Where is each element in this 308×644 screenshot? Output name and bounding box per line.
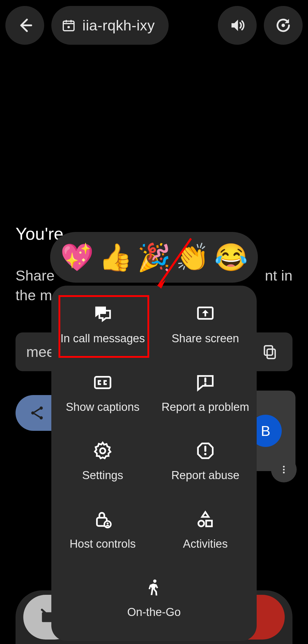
top-bar: iia-rqkh-ixy [0,6,308,45]
share-screen-label: Share screen [172,332,239,346]
reaction-party[interactable]: 🎉 [137,244,171,271]
gear-icon [93,441,113,461]
svg-point-2 [281,24,285,27]
on-the-go-button[interactable]: On-the-Go [51,570,257,627]
svg-rect-20 [206,521,212,526]
reactions-bar: 💖 👍 🎉 👏 😂 [50,232,258,283]
calendar-icon [61,18,76,32]
svg-point-19 [198,521,204,526]
svg-rect-4 [264,346,272,355]
chat-icon [93,304,113,324]
host-controls-button[interactable]: Host controls [51,502,154,559]
captions-icon [93,373,113,392]
arrow-left-icon [16,17,33,34]
report-abuse-button[interactable]: Report abuse [154,433,257,490]
activities-label: Activities [183,537,228,551]
svg-rect-12 [95,377,110,388]
copy-icon [262,344,278,360]
svg-point-5 [31,411,35,415]
host-controls-label: Host controls [70,537,136,551]
svg-point-8 [283,466,285,467]
reaction-clap[interactable]: 👏 [176,244,209,271]
meeting-code-pill[interactable]: iia-rqkh-ixy [51,6,169,45]
reaction-laugh[interactable]: 😂 [214,244,248,271]
svg-point-21 [153,580,156,583]
show-captions-button[interactable]: Show captions [51,365,154,422]
on-the-go-label: On-the-Go [127,605,181,620]
reaction-heart[interactable]: 💖 [60,244,94,271]
svg-point-7 [40,416,43,419]
in-call-messages-label: In call messages [60,332,145,346]
report-icon [195,441,215,461]
svg-point-9 [283,469,285,470]
meeting-code-text: iia-rqkh-ixy [82,17,155,34]
svg-point-18 [107,522,109,524]
share-screen-button[interactable]: Share screen [154,296,257,354]
speaker-icon [229,17,246,34]
switch-camera-icon [275,17,292,34]
present-icon [195,304,215,324]
reaction-thumbs-up[interactable]: 👍 [99,244,132,271]
bg-share-prefix: Share [16,267,58,284]
avatar-initial: B [261,423,270,439]
report-problem-button[interactable]: Report a problem [154,365,257,422]
svg-point-13 [204,383,206,385]
meeting-link-text: mee [26,343,55,360]
svg-point-6 [40,407,43,410]
report-abuse-label: Report abuse [171,468,239,483]
svg-point-14 [100,448,105,453]
lock-person-icon [93,510,113,529]
in-call-messages-button[interactable]: In call messages [51,296,154,354]
back-button[interactable] [5,6,44,45]
svg-point-10 [283,472,285,473]
participant-more-button[interactable] [271,457,297,482]
activities-button[interactable]: Activities [154,502,257,559]
show-captions-label: Show captions [66,400,139,414]
walk-icon [144,578,164,597]
settings-label: Settings [82,468,123,483]
more-options-panel: In call messages Share screen Show capti… [51,286,257,641]
settings-button[interactable]: Settings [51,433,154,490]
feedback-icon [195,373,215,392]
svg-point-1 [67,26,70,28]
switch-camera-button[interactable] [264,6,303,45]
speaker-button[interactable] [218,6,257,45]
svg-point-15 [204,453,207,455]
share-icon [29,405,45,421]
more-vertical-icon [279,465,289,475]
copy-link-button[interactable] [258,340,282,364]
svg-rect-3 [267,349,275,359]
shapes-icon [195,510,215,529]
report-problem-label: Report a problem [161,400,249,414]
bg-desc-suffix: nt in [265,266,292,285]
